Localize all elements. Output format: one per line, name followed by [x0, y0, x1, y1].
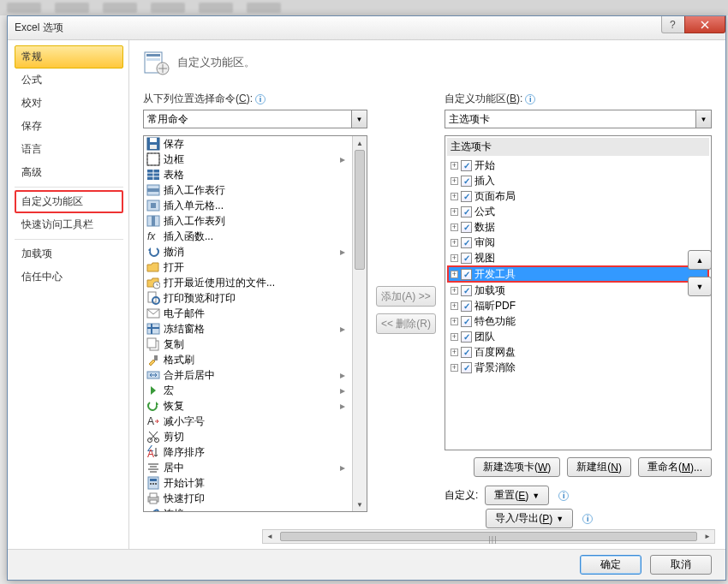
command-item[interactable]: 冻结窗格▸: [144, 321, 367, 337]
command-item[interactable]: 居中▸: [144, 460, 367, 475]
expand-icon[interactable]: +: [451, 208, 458, 216]
command-item[interactable]: 打开最近使用过的文件...: [144, 275, 367, 290]
new-group-button[interactable]: 新建组(N): [567, 457, 631, 477]
command-item[interactable]: 表格: [144, 167, 367, 182]
tabs-tree[interactable]: 主选项卡 +开始+插入+页面布局+公式+数据+审阅+视图+开发工具+加载项+福昕…: [445, 135, 712, 450]
commands-from-combo[interactable]: 常用命令 ▼: [143, 110, 367, 128]
tree-node[interactable]: +视图: [447, 250, 709, 265]
tree-node[interactable]: +插入: [447, 173, 709, 188]
sidebar-item[interactable]: 校对: [15, 92, 123, 115]
command-item[interactable]: 插入工作表列: [144, 213, 367, 229]
command-item[interactable]: 打印预览和打印: [144, 290, 367, 306]
expand-icon[interactable]: +: [451, 162, 458, 170]
command-item[interactable]: 连接: [144, 506, 367, 512]
command-item[interactable]: 格式刷: [144, 352, 367, 367]
tree-node[interactable]: +开始: [447, 158, 709, 173]
tree-node[interactable]: +数据: [447, 219, 709, 235]
ok-button[interactable]: 确定: [580, 555, 641, 575]
rename-button[interactable]: 重命名(M)...: [638, 457, 712, 477]
add-button[interactable]: 添加(A) >>: [376, 286, 436, 307]
expand-icon[interactable]: +: [451, 333, 458, 341]
tree-node[interactable]: +开发工具: [447, 265, 709, 283]
command-item[interactable]: 电子邮件: [144, 306, 367, 321]
tree-node[interactable]: +特色功能: [447, 313, 709, 329]
command-item[interactable]: 复制: [144, 337, 367, 352]
commands-listbox[interactable]: 保存边框▸表格插入工作表行插入单元格...插入工作表列fx插入函数...撤消▸打…: [143, 135, 367, 512]
sidebar-item[interactable]: 常规: [15, 45, 123, 69]
command-item[interactable]: 撤消▸: [144, 244, 367, 259]
sidebar-item[interactable]: 快速访问工具栏: [15, 213, 123, 236]
expand-icon[interactable]: +: [451, 287, 458, 295]
expand-icon[interactable]: +: [451, 364, 458, 372]
expand-icon[interactable]: +: [451, 271, 458, 278]
command-item[interactable]: 边框▸: [144, 152, 367, 167]
checkbox[interactable]: [461, 362, 472, 373]
command-item[interactable]: 快速打印: [144, 491, 367, 506]
tree-node[interactable]: +页面布局: [447, 188, 709, 204]
sidebar-item[interactable]: 信任中心: [15, 265, 123, 289]
info-icon[interactable]: i: [255, 94, 266, 104]
cancel-button[interactable]: 取消: [650, 555, 712, 575]
expand-icon[interactable]: +: [451, 177, 458, 185]
sidebar-item[interactable]: 保存: [15, 115, 123, 138]
expand-icon[interactable]: +: [451, 193, 458, 200]
command-item[interactable]: ZA降序排序: [144, 444, 367, 460]
tree-node[interactable]: +百度网盘: [447, 344, 709, 360]
checkbox[interactable]: [461, 331, 472, 343]
checkbox[interactable]: [461, 269, 472, 280]
sidebar-item[interactable]: 高级: [15, 161, 123, 184]
import-export-button[interactable]: 导入/导出(P)▼: [486, 509, 573, 528]
tree-node[interactable]: +加载项: [447, 283, 709, 298]
command-item[interactable]: A减小字号: [144, 414, 367, 429]
command-item[interactable]: 恢复▸: [144, 398, 367, 414]
checkbox[interactable]: [461, 301, 472, 312]
command-item[interactable]: 打开: [144, 259, 367, 275]
expand-icon[interactable]: +: [451, 239, 458, 247]
tree-node[interactable]: +团队: [447, 329, 709, 344]
sidebar-item[interactable]: 语言: [15, 138, 123, 161]
scroll-thumb[interactable]: [355, 150, 365, 270]
checkbox[interactable]: [461, 285, 472, 296]
sidebar-item[interactable]: 公式: [15, 69, 123, 92]
checkbox[interactable]: [461, 347, 472, 358]
info-icon[interactable]: i: [582, 514, 593, 524]
command-item[interactable]: 宏▸: [144, 383, 367, 398]
scroll-up-icon[interactable]: ▲: [353, 136, 367, 150]
command-item[interactable]: 合并后居中▸: [144, 367, 367, 383]
expand-icon[interactable]: +: [451, 223, 458, 231]
checkbox[interactable]: [461, 253, 472, 264]
scrollbar-horizontal[interactable]: ◄ ||| ►: [262, 529, 715, 544]
scroll-right-icon[interactable]: ►: [701, 530, 714, 543]
reset-button[interactable]: 重置(E)▼: [485, 486, 549, 505]
move-down-button[interactable]: ▼: [688, 277, 712, 296]
sidebar-item[interactable]: 自定义功能区: [15, 190, 123, 213]
tree-node[interactable]: +背景消除: [447, 360, 709, 375]
checkbox[interactable]: [461, 176, 472, 187]
tree-node[interactable]: +公式: [447, 204, 709, 219]
checkbox[interactable]: [461, 160, 472, 171]
tree-node[interactable]: +审阅: [447, 235, 709, 250]
command-item[interactable]: 插入工作表行: [144, 182, 367, 198]
info-icon[interactable]: i: [558, 491, 569, 501]
remove-button[interactable]: << 删除(R): [376, 313, 436, 334]
scroll-left-icon[interactable]: ◄: [263, 530, 277, 543]
checkbox[interactable]: [461, 191, 472, 202]
scrollbar-vertical[interactable]: ▲ ▼: [352, 136, 367, 511]
sidebar-item[interactable]: 加载项: [15, 242, 123, 265]
tabs-combo[interactable]: 主选项卡 ▼: [445, 110, 712, 128]
checkbox[interactable]: [461, 316, 472, 327]
info-icon[interactable]: i: [525, 94, 535, 104]
expand-icon[interactable]: +: [451, 254, 458, 262]
expand-icon[interactable]: +: [451, 318, 458, 325]
checkbox[interactable]: [461, 237, 472, 248]
expand-icon[interactable]: +: [451, 349, 458, 356]
command-item[interactable]: 开始计算: [144, 475, 367, 491]
expand-icon[interactable]: +: [451, 302, 458, 310]
tree-node[interactable]: +福昕PDF: [447, 298, 709, 313]
command-item[interactable]: 保存: [144, 136, 367, 152]
move-up-button[interactable]: ▲: [688, 250, 712, 270]
new-tab-button[interactable]: 新建选项卡(W): [474, 457, 560, 477]
help-button[interactable]: ?: [661, 16, 685, 33]
command-item[interactable]: fx插入函数...: [144, 229, 367, 244]
command-item[interactable]: 剪切: [144, 429, 367, 444]
